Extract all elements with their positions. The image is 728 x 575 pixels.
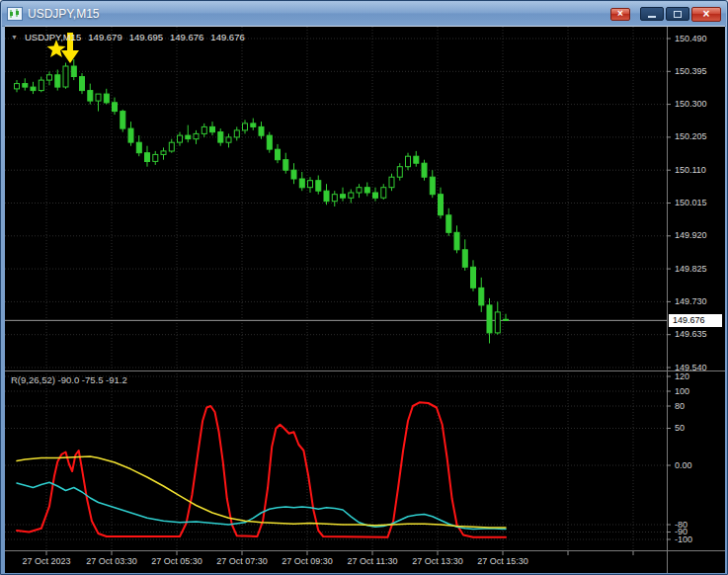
indicator-label: R(9,26,52) -90.0 -75.5 -91.2 (11, 374, 127, 385)
indicator-axis-label: 120 (675, 371, 689, 382)
ohlc-close: 149.676 (210, 32, 244, 42)
current-price-tag: 149.676 (669, 314, 722, 327)
price-axis-label: 150.395 (675, 66, 707, 77)
oscillator-lines-layer (17, 402, 506, 537)
price-axis[interactable]: 149.676 150.490150.395150.300150.205150.… (668, 27, 725, 573)
collapse-icon[interactable]: ▼ (11, 34, 18, 41)
price-axis-label: 149.730 (675, 296, 707, 307)
price-axis-label: 150.110 (675, 165, 706, 176)
indicator-axis-label: 80 (675, 401, 685, 412)
price-axis-label: 149.635 (675, 329, 707, 340)
ohlc-high: 149.695 (129, 32, 163, 42)
ohlc-info: ▼ USDJPY,M15 149.679 149.695 149.676 149… (11, 32, 245, 42)
price-axis-label: 149.920 (675, 230, 707, 241)
ohlc-low: 149.676 (170, 32, 203, 42)
indicator-axis-label: 100 (675, 386, 689, 397)
price-axis-label: 150.490 (675, 34, 707, 44)
price-axis-label: 149.825 (675, 264, 707, 275)
axis-ticks (46, 39, 671, 555)
chart-client-area: ▼ USDJPY,M15 149.679 149.695 149.676 149… (5, 26, 725, 573)
ohlc-open: 149.679 (88, 32, 121, 42)
candles-layer (15, 59, 509, 344)
window-title: USDJPY,M15 (28, 7, 99, 21)
minimize-button[interactable] (640, 7, 664, 21)
window-controls: × × (610, 7, 721, 22)
price-axis-label: 150.205 (675, 131, 707, 142)
time-axis[interactable]: 27 Oct 202327 Oct 03:3027 Oct 05:3027 Oc… (5, 553, 667, 573)
indicator-axis-label: -100 (675, 534, 692, 545)
indicator-axis-label: 0.00 (675, 460, 692, 471)
title-bar[interactable]: USDJPY,M15 × × (2, 2, 726, 27)
time-axis-label: 27 Oct 03:30 (79, 556, 144, 566)
indicator-axis-label: 50 (675, 423, 685, 434)
chart-icon (7, 7, 23, 21)
time-axis-label: 27 Oct 07:30 (209, 556, 275, 566)
time-axis-label: 27 Oct 2023 (14, 556, 79, 566)
mt4-chart-window: USDJPY,M15 × × ▼ USDJPY,M15 149.679 149.… (0, 0, 728, 575)
time-axis-label: 27 Oct 09:30 (275, 556, 340, 566)
time-axis-label: 27 Oct 05:30 (144, 556, 209, 566)
chart-plot[interactable] (5, 27, 725, 573)
time-axis-label: 27 Oct 11:30 (340, 556, 405, 566)
price-axis-label: 150.015 (675, 198, 707, 208)
close-button[interactable]: × (691, 7, 721, 22)
maximize-icon (674, 11, 682, 18)
price-axis-label: 150.300 (675, 99, 707, 110)
maximize-button[interactable] (666, 7, 689, 21)
chart-close-button[interactable]: × (610, 8, 630, 21)
time-axis-label: 27 Oct 15:30 (470, 556, 535, 566)
minimize-icon (648, 16, 656, 18)
time-axis-label: 27 Oct 13:30 (405, 556, 470, 566)
symbol-label: USDJPY,M15 (25, 32, 81, 42)
grid-layer (5, 27, 667, 550)
